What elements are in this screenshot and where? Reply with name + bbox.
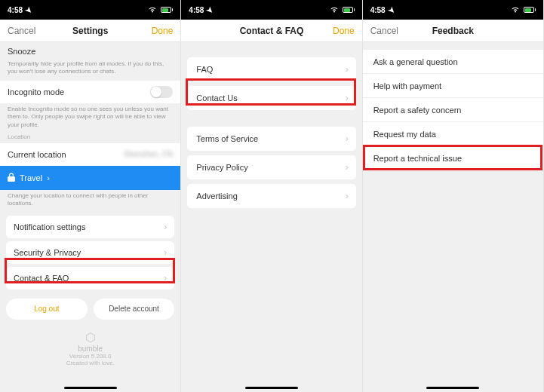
battery-icon: [343, 7, 355, 13]
travel-helper: Change your location to connect with peo…: [0, 190, 180, 213]
navbar: Cancel Settings Done: [0, 20, 180, 42]
location-arrow-icon: ➤: [23, 5, 33, 14]
current-location-value: Shenzhen, CN: [124, 150, 173, 158]
panel-contact-faq: 4:58➤ Contact & FAQ Done FAQ› Contact Us…: [181, 0, 362, 392]
chevron-right-icon: ›: [47, 173, 50, 182]
status-bar: 4:58➤: [0, 0, 180, 20]
chevron-right-icon: ›: [164, 222, 167, 232]
snooze-helper: Temporarily hide your profile from all m…: [0, 58, 180, 81]
security-privacy-row[interactable]: Security & Privacy ›: [6, 241, 174, 264]
logout-button[interactable]: Log out: [6, 299, 88, 320]
home-indicator: [64, 387, 117, 389]
status-time: 4:58: [189, 6, 204, 14]
incognito-label: Incognito mode: [8, 87, 64, 96]
row-label: Security & Privacy: [14, 248, 81, 257]
row-label: Notification settings: [14, 222, 85, 231]
brand-name: bumble: [0, 345, 180, 353]
row-label: Contact & FAQ: [14, 274, 69, 283]
request-data-row[interactable]: Request my data: [363, 122, 543, 146]
panel-settings: 4:58➤ Cancel Settings Done Snooze Tempor…: [0, 0, 181, 392]
settings-content: Snooze Temporarily hide your profile fro…: [0, 42, 180, 392]
navbar: Contact & FAQ Done: [181, 20, 361, 42]
lock-icon: [8, 173, 15, 183]
chevron-right-icon: ›: [346, 64, 349, 75]
chevron-right-icon: ›: [346, 191, 349, 201]
battery-icon: [161, 7, 173, 13]
row-label: Privacy Policy: [196, 163, 247, 172]
tagline-text: Created with love.: [0, 360, 180, 366]
location-arrow-icon: ➤: [386, 5, 396, 14]
row-label: Ask a general question: [373, 57, 458, 66]
cancel-button[interactable]: Cancel: [370, 26, 408, 36]
contact-us-row[interactable]: Contact Us›: [187, 86, 355, 110]
page-title: Settings: [45, 26, 135, 36]
done-button[interactable]: Done: [135, 26, 173, 36]
version-text: Version 5.208.0: [0, 353, 180, 360]
advertising-row[interactable]: Advertising›: [187, 184, 355, 208]
contact-content: FAQ› Contact Us› Terms of Service› Priva…: [181, 42, 361, 392]
faq-row[interactable]: FAQ›: [187, 57, 355, 81]
row-label: FAQ: [196, 65, 213, 74]
terms-row[interactable]: Terms of Service›: [187, 127, 355, 151]
travel-label: Travel: [20, 173, 42, 182]
account-buttons: Log out Delete account: [0, 292, 180, 326]
location-caption: Location: [0, 133, 180, 143]
wifi-icon: [330, 6, 339, 14]
current-location-row[interactable]: Current location Shenzhen, CN: [0, 143, 180, 166]
snooze-title: Snooze: [0, 42, 180, 58]
home-indicator: [245, 387, 298, 389]
chevron-right-icon: ›: [164, 273, 167, 283]
delete-account-button[interactable]: Delete account: [94, 299, 175, 320]
ask-question-row[interactable]: Ask a general question: [363, 50, 543, 74]
contact-faq-row[interactable]: Contact & FAQ ›: [6, 267, 174, 289]
panel-feedback: 4:58➤ Cancel Feedback Ask a general ques…: [363, 0, 544, 392]
row-label: Request my data: [373, 130, 436, 139]
row-label: Report a technical issue: [373, 154, 462, 163]
navbar: Cancel Feedback: [363, 20, 543, 42]
status-time: 4:58: [8, 6, 23, 14]
row-label: Contact Us: [196, 93, 237, 103]
travel-row[interactable]: Travel ›: [0, 166, 180, 190]
technical-issue-row[interactable]: Report a technical issue: [363, 146, 543, 170]
bumble-logo-icon: ⬡: [0, 330, 180, 345]
battery-icon: [524, 7, 536, 13]
incognito-helper: Enable Incognito mode so no one sees you…: [0, 103, 180, 133]
page-title: Feedback: [408, 26, 498, 36]
row-label: Terms of Service: [196, 134, 258, 143]
home-indicator: [426, 387, 479, 389]
row-label: Advertising: [196, 191, 237, 201]
chevron-right-icon: ›: [164, 247, 167, 258]
incognito-toggle[interactable]: [150, 86, 173, 98]
cancel-button[interactable]: Cancel: [8, 26, 45, 36]
safety-concern-row[interactable]: Report a safety concern: [363, 98, 543, 122]
done-button[interactable]: Done: [317, 26, 355, 36]
current-location-label: Current location: [8, 150, 66, 159]
row-label: Report a safety concern: [373, 106, 462, 115]
notification-settings-row[interactable]: Notification settings ›: [6, 216, 174, 238]
status-time: 4:58: [370, 6, 386, 14]
row-label: Help with payment: [373, 81, 442, 90]
page-title: Contact & FAQ: [226, 26, 316, 36]
location-arrow-icon: ➤: [205, 5, 215, 14]
feedback-content: Ask a general question Help with payment…: [363, 42, 543, 392]
help-payment-row[interactable]: Help with payment: [363, 74, 543, 98]
footer: ⬡ bumble Version 5.208.0 Created with lo…: [0, 326, 180, 366]
chevron-right-icon: ›: [346, 93, 349, 103]
wifi-icon: [148, 6, 157, 14]
privacy-row[interactable]: Privacy Policy›: [187, 155, 355, 179]
chevron-right-icon: ›: [346, 133, 349, 144]
status-bar: 4:58➤: [363, 0, 543, 20]
wifi-icon: [511, 6, 520, 14]
incognito-row[interactable]: Incognito mode: [0, 81, 180, 103]
chevron-right-icon: ›: [346, 162, 349, 173]
status-bar: 4:58➤: [181, 0, 361, 20]
